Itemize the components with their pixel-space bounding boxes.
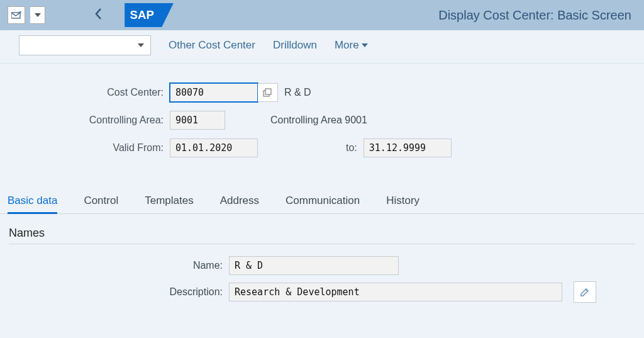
input-cost-center[interactable]: 80070 [170,83,258,102]
svg-text:SAP: SAP [130,8,154,21]
section-names: Names Name: R & D Description: Research … [0,214,644,302]
chevron-down-icon [362,43,368,47]
tab-control[interactable]: Control [84,188,118,213]
value-help-cost-center[interactable] [258,83,278,102]
input-name[interactable]: R & D [229,256,399,275]
row-valid-from: Valid From: 01.01.2020 to: 31.12.9999 [19,138,625,158]
input-controlling-area[interactable]: 9001 [170,111,225,130]
more-menu[interactable]: More [335,39,368,52]
tab-history[interactable]: History [386,188,419,213]
header-bar: SAP Display Cost Center: Basic Screen [0,0,644,30]
input-valid-from[interactable]: 01.01.2020 [170,138,258,157]
back-button[interactable] [88,6,108,24]
save-dropdown-button[interactable] [30,6,45,24]
chevron-left-icon [94,8,102,20]
row-cost-center: Cost Center: 80070 R & D [19,82,625,103]
value-help-icon [263,88,272,98]
more-label: More [335,39,359,52]
tab-templates[interactable]: Templates [145,188,193,213]
save-button[interactable] [8,6,25,24]
section-title-names: Names [9,227,635,244]
context-dropdown[interactable] [19,35,151,55]
svg-rect-5 [265,89,271,94]
pencil-icon [580,287,590,297]
toolbar: Other Cost Center Drilldown More [0,30,644,64]
row-description: Description: Research & Development [9,282,635,302]
text-cost-center: R & D [278,87,311,98]
label-cost-center: Cost Center: [19,87,170,98]
input-valid-to[interactable]: 31.12.9999 [364,138,452,157]
edit-description-button[interactable] [574,281,596,303]
drilldown-link[interactable]: Drilldown [273,39,317,52]
label-valid-from: Valid From: [19,142,170,154]
header-left: SAP [8,3,174,27]
tab-communication[interactable]: Communication [286,188,360,213]
form-area: Cost Center: 80070 R & D Controlling Are… [0,64,644,172]
chevron-down-icon [138,43,144,47]
tabs: Basic data Control Templates Address Com… [0,188,644,214]
tab-address[interactable]: Address [220,188,259,213]
text-controlling-area: Controlling Area 9001 [225,115,367,126]
page-title: Display Cost Center: Basic Screen [438,8,636,23]
row-controlling-area: Controlling Area: 9001 Controlling Area … [19,110,625,130]
sap-logo: SAP [125,3,174,27]
row-name: Name: R & D [9,256,635,276]
input-description[interactable]: Research & Development [229,283,562,301]
label-name: Name: [9,260,229,271]
tab-basic-data[interactable]: Basic data [8,188,57,213]
save-icon [11,11,21,19]
label-controlling-area: Controlling Area: [19,115,170,126]
label-description: Description: [9,286,229,298]
label-valid-to: to: [258,142,364,154]
chevron-down-icon [35,13,41,17]
other-cost-center-link[interactable]: Other Cost Center [169,39,255,52]
